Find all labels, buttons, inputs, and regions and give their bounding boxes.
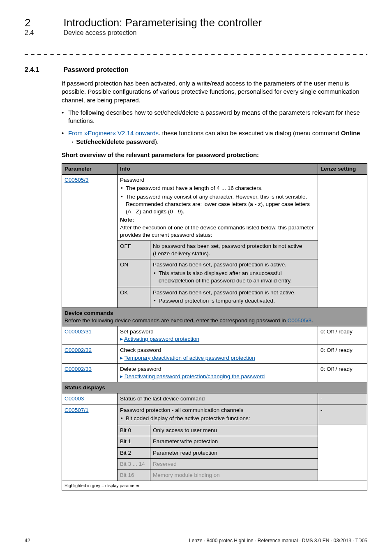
text-underlined: Before [65, 317, 81, 324]
bit-value: Parameter write protection [150, 436, 318, 447]
state-value-on: Password has been set, password protecti… [153, 261, 315, 268]
text-underlined: After the execution [120, 224, 166, 231]
col-info: Info [118, 164, 318, 175]
bit-key: Bit 2 [118, 447, 150, 458]
subsection-number: 2.4.1 [25, 66, 62, 74]
menu-name-online: Online [341, 130, 360, 136]
state-value-off: No password has been set, password prote… [150, 240, 318, 259]
state-key-off: OFF [118, 240, 150, 259]
table-row: C00507/1 Password protection - all commu… [62, 405, 367, 425]
col-lenze-setting: Lenze setting [318, 164, 367, 175]
list-item: Password protection is temporarily deact… [153, 297, 315, 305]
arrow-icon: → [68, 138, 76, 145]
lenze-setting: 0: Off / ready [318, 326, 367, 345]
engineer-version-link[interactable]: From »Engineer« V2.14 onwards [68, 130, 159, 136]
state-key-ok: OK [118, 287, 150, 308]
param-link-c00002-31[interactable]: C00002/31 [65, 328, 92, 335]
state-key-on: ON [118, 259, 150, 287]
list-item: Bit coded display of the active protecti… [120, 415, 315, 422]
param-link-c00003[interactable]: C00003 [65, 395, 84, 402]
intro-bullet-2: From »Engineer« V2.14 onwards. these fun… [62, 129, 367, 146]
group-title: Device commands [65, 310, 113, 316]
bit-value-reserved: Reserved [150, 458, 318, 469]
param-link-c00002-33[interactable]: C00002/33 [65, 366, 92, 372]
topic-link[interactable]: Temporary deactivation of active passwor… [125, 355, 255, 361]
table-row: C00505/3 Password The password must have… [62, 175, 367, 241]
bit-key-reserved: Bit 3 ... 14 [118, 458, 150, 469]
section-number: 2.4 [25, 29, 62, 37]
param-link-c00505-3-ref[interactable]: C00505/3 [288, 317, 312, 324]
cell-title: Password protection - all communication … [120, 407, 315, 414]
menu-command: Set/check/delete password [76, 138, 155, 145]
note-text: After the execution of one of the device… [120, 224, 315, 239]
table-row: C00002/31 Set password ▸ Activating pass… [62, 326, 367, 345]
table-footnote-row: Highlighted in grey = display parameter [62, 481, 367, 490]
table-row: C00002/33 Delete password ▸ Deactivating… [62, 363, 367, 382]
lenze-setting: - [318, 405, 367, 425]
bit-key: Bit 16 [118, 470, 150, 481]
cell-title: Delete password [120, 365, 315, 373]
page-number: 42 [25, 538, 30, 543]
topic-link[interactable]: Deactivating password protection/changin… [125, 373, 265, 379]
list-item: The password may consist of any characte… [120, 193, 315, 216]
cell-title: Password [120, 176, 315, 184]
bit-value: Only access to user menu [150, 425, 318, 436]
table-footnote: Highlighted in grey = display parameter [62, 481, 367, 490]
lenze-setting: 0: Off / ready [318, 345, 367, 363]
table-header-row: Parameter Info Lenze setting [62, 164, 367, 175]
footer-text: Lenze · 8400 protec HighLine · Reference… [189, 538, 367, 543]
bit-value: Memory module binding on [150, 470, 318, 481]
intro-bullet-1: The following describes how to set/check… [62, 109, 367, 125]
bit-key: Bit 0 [118, 425, 150, 436]
subsection-header: 2.4.1 Password protection [25, 66, 367, 74]
list-item: The password must have a length of 4 ...… [120, 185, 315, 192]
chapter-title: Introduction: Parameterising the control… [63, 16, 262, 29]
col-parameter: Parameter [62, 164, 118, 175]
state-value-ok: Password has been set, password protecti… [153, 289, 315, 296]
param-link-c00507-1[interactable]: C00507/1 [65, 407, 89, 413]
list-item: This status is also displayed after an u… [153, 270, 315, 284]
cell-title: Check password [120, 347, 315, 354]
triangle-icon: ▸ [120, 355, 125, 361]
triangle-icon: ▸ [120, 336, 124, 342]
lenze-setting: - [318, 393, 367, 405]
param-link-c00505-3[interactable]: C00505/3 [65, 177, 89, 183]
text-fragment: the following device commands are execut… [81, 317, 288, 324]
divider-dashes: _ _ _ _ _ _ _ _ _ _ _ _ _ _ _ _ _ _ _ _ … [25, 48, 367, 55]
chapter-header: 2 Introduction: Parameterising the contr… [25, 16, 367, 29]
text-fragment: ). [155, 138, 159, 145]
group-header-device-commands: Device commands Before the following dev… [62, 308, 367, 326]
section-title: Device access protection [63, 29, 136, 36]
overview-heading: Short overview of the relevant parameter… [62, 151, 367, 159]
topic-link[interactable]: Activating password protection [124, 336, 199, 342]
subsection-title: Password protection [63, 66, 128, 73]
text-fragment: . these functions can also be executed v… [159, 130, 341, 136]
note-label: Note: [120, 217, 134, 223]
table-row: C00002/32 Check password ▸ Temporary dea… [62, 345, 367, 363]
table-row: C00003 Status of the last device command… [62, 393, 367, 405]
bit-key: Bit 1 [118, 436, 150, 447]
cell-title: Set password [120, 328, 315, 335]
chapter-number: 2 [25, 16, 62, 29]
section-header: 2.4 Device access protection [25, 29, 367, 37]
param-link-c00002-32[interactable]: C00002/32 [65, 347, 92, 353]
triangle-icon: ▸ [120, 373, 125, 379]
group-title: Status displays [65, 384, 105, 391]
lenze-setting: 0: Off / ready [318, 363, 367, 382]
group-header-status-displays: Status displays [62, 382, 367, 393]
parameters-table: Parameter Info Lenze setting C00505/3 Pa… [62, 163, 367, 490]
cell-title: Status of the last device command [118, 393, 318, 405]
intro-paragraph: If password protection has been activate… [62, 79, 367, 104]
bit-value: Parameter read protection [150, 447, 318, 458]
page-footer: 42 Lenze · 8400 protec HighLine · Refere… [25, 538, 367, 543]
